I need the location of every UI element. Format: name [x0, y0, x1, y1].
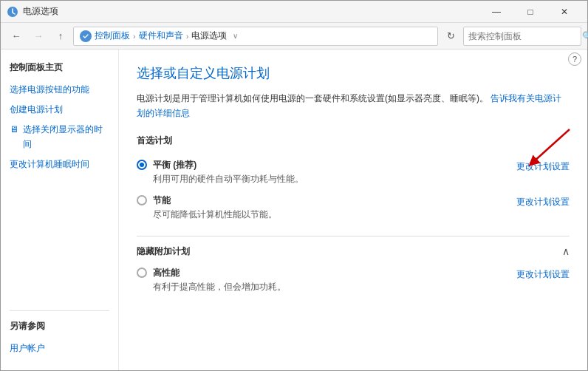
- up-button[interactable]: ↑: [51, 27, 70, 46]
- search-input[interactable]: [468, 31, 579, 41]
- plan-high-info: 高性能 有利于提高性能，但会增加功耗。: [137, 267, 516, 299]
- plan-saving-header: 节能: [137, 194, 516, 207]
- hidden-section-title: 隐藏附加计划: [137, 245, 190, 258]
- plan-high-desc: 有利于提高性能，但会增加功耗。: [153, 281, 516, 293]
- plan-saving-radio[interactable]: [137, 195, 147, 205]
- sidebar: 控制面板主页 选择电源按钮的功能 创建电源计划 🖥 选择关闭显示器的时间 更改计…: [1, 50, 119, 370]
- content-area: 控制面板主页 选择电源按钮的功能 创建电源计划 🖥 选择关闭显示器的时间 更改计…: [1, 50, 587, 370]
- plan-saving-desc: 尽可能降低计算机性能以节能。: [153, 208, 516, 221]
- plan-high-row: 高性能 有利于提高性能，但会增加功耗。 更改计划设置: [137, 267, 570, 299]
- plan-saving-row: 节能 尽可能降低计算机性能以节能。 更改计划设置: [137, 194, 570, 227]
- plan-saving-name: 节能: [153, 194, 171, 207]
- plan-high-action: 更改计划设置: [516, 267, 570, 281]
- plan-balanced-desc: 利用可用的硬件自动平衡功耗与性能。: [153, 173, 516, 186]
- sidebar-item-display-off[interactable]: 🖥 选择关闭显示器的时间: [10, 120, 109, 154]
- plan-balanced-info: 平衡 (推荐) 利用可用的硬件自动平衡功耗与性能。: [137, 159, 516, 191]
- main-description: 电源计划是用于管理计算机如何使用电源的一套硬件和系统设置(如显示器亮度、睡眠等)…: [137, 91, 565, 121]
- main-panel: 选择或自定义电源计划 电源计划是用于管理计算机如何使用电源的一套硬件和系统设置(…: [119, 50, 587, 317]
- sidebar-item-user-account[interactable]: 用户帐户: [10, 338, 109, 358]
- titlebar-title: 电源选项: [23, 5, 479, 18]
- breadcrumb-current: 电源选项: [191, 30, 227, 42]
- minimize-button[interactable]: —: [479, 1, 513, 23]
- plan-saving-info: 节能 尽可能降低计算机性能以节能。: [137, 194, 516, 227]
- titlebar-buttons: — □ ✕: [479, 1, 581, 23]
- maximize-button[interactable]: □: [513, 1, 547, 23]
- plan-high-link[interactable]: 更改计划设置: [516, 268, 570, 281]
- sidebar-item-sleep-time[interactable]: 更改计算机睡眠时间: [10, 154, 109, 174]
- plan-balanced-header: 平衡 (推荐): [137, 159, 516, 171]
- breadcrumb-dropdown-arrow[interactable]: ∨: [233, 32, 238, 40]
- plan-high-radio-label[interactable]: 高性能: [137, 267, 180, 279]
- breadcrumb-hardware[interactable]: 硬件和声音: [139, 30, 183, 42]
- search-icon: 🔍: [582, 31, 588, 41]
- plan-balanced: 平衡 (推荐) 利用可用的硬件自动平衡功耗与性能。 更改计划设置: [137, 159, 570, 191]
- titlebar: 电源选项 — □ ✕: [1, 1, 587, 23]
- close-button[interactable]: ✕: [547, 1, 581, 23]
- search-box: 🔍: [463, 27, 581, 46]
- plan-balanced-link[interactable]: 更改计划设置: [516, 160, 570, 173]
- titlebar-icon: [7, 6, 18, 18]
- plan-balanced-row: 平衡 (推荐) 利用可用的硬件自动平衡功耗与性能。 更改计划设置: [137, 159, 570, 191]
- sidebar-also-see: 另请参阅 用户帐户: [10, 310, 109, 358]
- breadcrumb-control-panel[interactable]: 控制面板: [95, 30, 130, 42]
- window: 电源选项 — □ ✕ ← → ↑ 控制面板 › 硬件和声音 › 电源选项 ∨ ↻: [0, 0, 588, 371]
- plan-saving: 节能 尽可能降低计算机性能以节能。 更改计划设置: [137, 194, 570, 227]
- monitor-icon: 🖥: [10, 123, 18, 137]
- refresh-button[interactable]: ↻: [441, 27, 460, 46]
- plan-saving-radio-label[interactable]: 节能: [137, 194, 171, 207]
- main-title: 选择或自定义电源计划: [137, 64, 570, 82]
- chevron-up-icon[interactable]: ∧: [562, 245, 570, 257]
- plan-saving-action: 更改计划设置: [516, 194, 570, 208]
- plan-balanced-radio-label[interactable]: 平衡 (推荐): [137, 159, 196, 171]
- sidebar-item-create-plan[interactable]: 创建电源计划: [10, 100, 109, 120]
- plan-balanced-radio[interactable]: [137, 160, 147, 170]
- plan-high-name: 高性能: [153, 267, 180, 279]
- plan-saving-link[interactable]: 更改计划设置: [516, 196, 570, 208]
- content-wrapper: 选择或自定义电源计划 电源计划是用于管理计算机如何使用电源的一套硬件和系统设置(…: [119, 50, 587, 370]
- sidebar-title: 控制面板主页: [10, 61, 109, 74]
- forward-button[interactable]: →: [29, 27, 48, 46]
- back-button[interactable]: ←: [7, 27, 26, 46]
- plan-balanced-name: 平衡 (推荐): [153, 159, 196, 171]
- also-see-title: 另请参阅: [10, 320, 109, 333]
- addressbar: ← → ↑ 控制面板 › 硬件和声音 › 电源选项 ∨ ↻ 🔍: [1, 23, 587, 50]
- plan-high-header: 高性能: [137, 267, 516, 279]
- plan-high: 高性能 有利于提高性能，但会增加功耗。 更改计划设置: [137, 267, 570, 299]
- hidden-section-header: 隐藏附加计划 ∧: [137, 245, 570, 258]
- breadcrumb-sep-1: ›: [133, 32, 136, 41]
- section-divider: [137, 236, 570, 236]
- sidebar-item-power-button[interactable]: 选择电源按钮的功能: [10, 80, 109, 100]
- plan-high-radio[interactable]: [137, 268, 147, 278]
- breadcrumb-sep-2: ›: [186, 32, 189, 41]
- help-icon[interactable]: ?: [568, 52, 581, 66]
- breadcrumb-icon: [80, 30, 92, 42]
- preferred-section-title: 首选计划: [137, 135, 570, 150]
- breadcrumb-bar: 控制面板 › 硬件和声音 › 电源选项 ∨: [73, 27, 438, 46]
- plan-balanced-action: 更改计划设置: [516, 159, 570, 173]
